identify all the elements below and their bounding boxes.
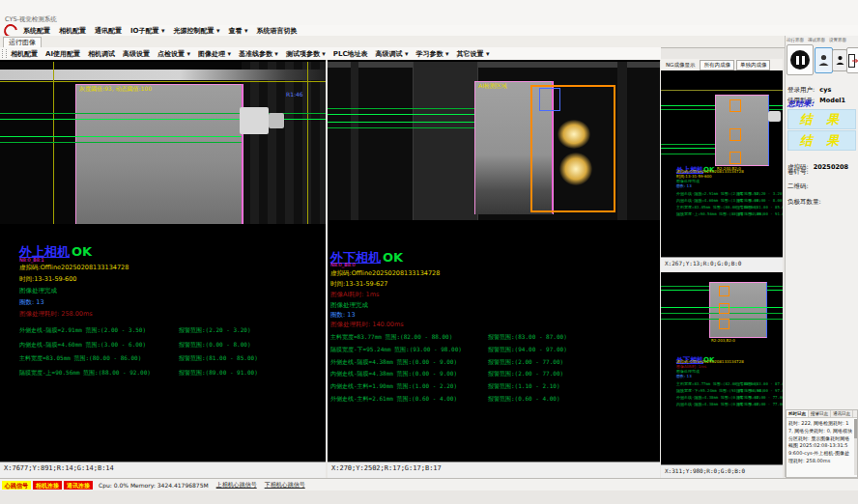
window-title: CYS-视觉检测系统	[5, 15, 57, 24]
tool-camera-config[interactable]: 相机配置	[11, 49, 38, 59]
total-result-label: 总结果:	[787, 98, 814, 109]
mode-debug[interactable]: 调试界面	[808, 38, 825, 42]
log-tabs: 耗时日志 报警日志 通讯日志	[786, 410, 857, 418]
menu-light-config[interactable]: 光源控制配置 ▾	[174, 26, 220, 36]
measure-value: 主料宽度=83.05mm 范围:(80.00 - 86.00)	[19, 354, 141, 363]
menu-camera-config[interactable]: 相机配置	[59, 26, 86, 36]
middle-coord-bar: X:270;Y:2502;R:17;G:17;B:17	[328, 462, 660, 478]
toolbar: 相机配置 AI使用配置 相机调试 高级设置 点检设置 ▾ 图像处理 ▾ 基准线参…	[0, 47, 661, 61]
alarm-range: 报警范围:(2.20 - 3.20)	[179, 326, 251, 335]
log-tab-alarm[interactable]: 报警日志	[809, 410, 831, 417]
tool-other-settings[interactable]: 其它设置 ▾	[456, 49, 489, 59]
lower-camera-heartbeat-link[interactable]: 下相机心跳信号	[265, 481, 305, 490]
exit-button[interactable]	[846, 47, 858, 73]
tool-advanced-settings[interactable]: 高级设置	[123, 49, 150, 59]
menu-comm-config[interactable]: 通讯配置	[95, 26, 122, 36]
alarm-range: 报警范围:(0.00 - 8.00)	[179, 341, 251, 350]
user-icon	[818, 54, 829, 67]
exit-icon	[848, 54, 858, 68]
region-overlay-text: R1:46	[286, 91, 303, 98]
user-button[interactable]	[815, 47, 833, 73]
roi-box	[539, 88, 560, 111]
tool-spot-check[interactable]: 点检设置 ▾	[157, 49, 190, 59]
left-camera-panel: 灰度阈值:93, 动态阈值:100 R1:46 外上相机OK N8:0_B8:1…	[0, 60, 326, 462]
roi-box	[719, 303, 729, 314]
roi-box	[729, 152, 741, 164]
ai-region-overlay-text: AI检测区域	[478, 82, 507, 91]
cpu-memory-text: Cpu: 0.0% Memory: 3424.41796875M	[99, 482, 209, 489]
toolbar-grip[interactable]	[2, 49, 7, 58]
machine-column	[351, 62, 358, 220]
measurement-list: 外侧走线-隔膜=2.91mm 范围:(2.00 - 3.50)报警范围:(2.2…	[19, 326, 319, 382]
tool-baseline-params[interactable]: 基准线参数 ▾	[239, 49, 278, 59]
tool-learn-params[interactable]: 学习参数 ▾	[416, 49, 449, 59]
measure-value: 主料宽度=83.77mm 范围:(82.00 - 88.00)	[330, 333, 452, 342]
ai-elapsed: 图像AI耗时: 1ms	[330, 291, 379, 299]
log-tab-elapsed[interactable]: 耗时日志	[786, 410, 809, 417]
menu-view[interactable]: 查看 ▾	[228, 26, 247, 36]
alarm-range: 报警范围:(0.00 - 8.00)	[736, 198, 783, 203]
tab-all-image[interactable]: 所有内成像	[700, 60, 734, 70]
roi-box	[719, 319, 729, 329]
tab-ng-image[interactable]: NG成像显示	[663, 61, 698, 70]
tool-plc-table[interactable]: PLC地址表	[333, 49, 368, 59]
electrode-region-box	[709, 282, 767, 338]
virtual-code: 虚拟码:Offline20250208133134728	[19, 264, 129, 272]
tab-single-image[interactable]: 单独内成像	[736, 60, 771, 70]
middle-camera-panel: AI检测区域 外下相机OK N8:0_B8:0 虚拟码:Offline20250…	[328, 60, 660, 462]
tool-image-process[interactable]: 图像处理 ▾	[198, 49, 231, 59]
mode-settings[interactable]: 设置界面	[829, 38, 846, 42]
measure-value: 隔膜宽度-上=90.56mm 范围:(88.00 - 92.00)	[19, 369, 151, 378]
process-elapsed: 图像处理耗时: 140.00ms	[330, 321, 404, 329]
tool-camera-debug[interactable]: 相机调试	[88, 49, 115, 59]
turn-count: 圈数: 13	[330, 311, 356, 320]
menu-language-switch[interactable]: 系统语言切换	[256, 26, 297, 36]
measure-value: 外侧走线-隔膜=2.91mm 范围:(2.00 - 3.50)	[19, 326, 146, 335]
menu-io-config[interactable]: IO子配置 ▾	[130, 26, 165, 36]
upper-camera-heartbeat-link[interactable]: 上相机心跳信号	[216, 481, 257, 490]
middle-camera-image[interactable]: AI检测区域	[328, 62, 660, 220]
process-elapsed: 图像处理耗时: 258.00ms	[19, 310, 93, 319]
result-box-upper: 结 果	[787, 109, 856, 129]
menu-system-config[interactable]: 系统配置	[23, 26, 50, 36]
measure-value: 隔膜宽度-下=95.24mm 范围:(93.00 - 98.00)	[330, 346, 462, 354]
tool-test-params[interactable]: 测试项参数 ▾	[286, 49, 326, 59]
measurement-row: 主料宽度=83.77mm 范围:(82.00 - 88.00)报警范围:(83.…	[330, 333, 654, 346]
mode-run[interactable]: 运行界面	[786, 38, 804, 42]
operator-button[interactable]	[832, 49, 847, 71]
pixel-coords: X:311;Y:980;R:0;G:0;B:0	[661, 465, 783, 474]
log-panel: 耗时日志 报警日志 通讯日志 耗时: 222, 网络检测耗时: 17, 网络分类…	[786, 409, 858, 478]
alarm-range: 报警范围:(94.00 - 97.00)	[488, 346, 567, 354]
alarm-range: 报警范围:(2.00 - 77.00)	[488, 370, 563, 378]
threshold-overlay-text: 灰度阈值:93, 动态阈值:100	[79, 85, 152, 94]
model-value: Model1	[819, 97, 845, 104]
pause-button[interactable]	[786, 44, 814, 75]
pixel-coords: X:7677;Y:891;R:14;G:14;B:14	[0, 462, 326, 472]
thumbnail-top-image[interactable]: R2:240,B2:0 外上相机OK 虚拟码:Offline2025020813…	[661, 70, 783, 257]
alarm-range: 报警范围:(1.10 - 2.10)	[488, 382, 560, 391]
measurement-row: 内侧走线-隔膜=4.60mm 范围:(3.00 - 6.00)报警范围:(0.0…	[19, 341, 319, 355]
measurement-row: 外侧走线-隔膜=2.91mm 范围:(2.00 - 3.50)报警范围:(2.2…	[19, 326, 319, 341]
measure-line	[0, 136, 242, 137]
thumbnail-bottom-image[interactable]: R2:203,B2:0 外下相机OK 虚拟码:Offline2025020813…	[661, 272, 783, 464]
weld-highlight	[559, 153, 592, 185]
operator-icon	[836, 55, 844, 66]
left-camera-image[interactable]: 灰度阈值:93, 动态阈值:100 R1:46	[0, 62, 326, 224]
log-scrollbar[interactable]	[854, 419, 857, 475]
measure-value: 内侧走线-隔膜=4.38mm 范围:(0.00 - 9.00)	[330, 370, 457, 378]
menubar: 系统配置 相机配置 通讯配置 IO子配置 ▾ 光源控制配置 ▾ 查看 ▾ 系统语…	[0, 25, 858, 36]
needle-label: 卷针号:	[787, 168, 809, 177]
measurement-list: 主料宽度=83.77mm 范围:(82.00 - 88.00)报警范围:(83.…	[330, 333, 654, 407]
log-tab-comm[interactable]: 通讯日志	[831, 410, 853, 417]
measurement-row: 内侧走线-主料=1.90mm 范围:(1.00 - 2.20)报警范围:(1.1…	[330, 382, 654, 395]
titlebar	[0, 0, 858, 26]
measure-value: 外侧走线-主料=2.61mm 范围:(0.60 - 4.00)	[330, 395, 457, 404]
alarm-range: 报警范围:(81.00 - 85.00)	[736, 205, 783, 210]
measurement-row: 外侧走线-主料=2.61mm 范围:(0.60 - 4.00)报警范围:(0.6…	[330, 395, 654, 407]
alarm-range: 报警范围:(2.00 - 77.00)	[736, 395, 783, 400]
app-window: CYS-视觉检测系统 系统配置 相机配置 通讯配置 IO子配置 ▾ 光源控制配置…	[0, 0, 858, 504]
tool-ai-config[interactable]: AI使用配置	[45, 49, 80, 59]
tool-advanced-debug[interactable]: 高级调试 ▾	[376, 49, 409, 59]
machine-rail	[0, 70, 326, 80]
thumb-bottom-coord-bar: X:311;Y:980;R:0;G:0;B:0	[661, 464, 783, 478]
